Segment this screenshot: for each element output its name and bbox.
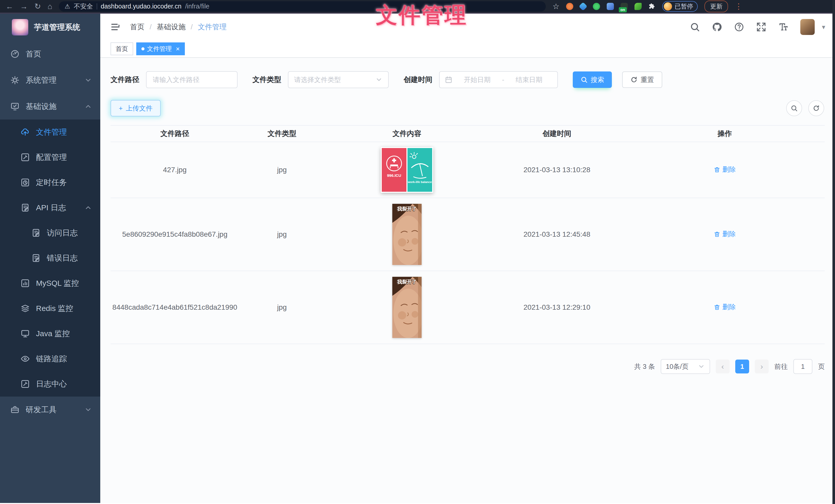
sidebar-item-mysql[interactable]: MySQL 监控	[0, 271, 100, 296]
sidebar-item-redis[interactable]: Redis 监控	[0, 296, 100, 321]
browser-home-icon[interactable]: ⌂	[47, 3, 52, 10]
plus-icon: +	[119, 104, 123, 112]
browser-profile-avatar	[664, 2, 672, 10]
sidebar-item-home[interactable]: 首页	[0, 41, 100, 67]
chevron-up-icon	[84, 103, 92, 110]
sidebar-item-error-log[interactable]: 错误日志	[0, 246, 100, 271]
prev-page-button[interactable]: ‹	[716, 360, 730, 374]
extension-green-check-icon[interactable]	[593, 3, 600, 10]
breadcrumb-home[interactable]: 首页	[130, 22, 144, 32]
edit-icon	[21, 153, 30, 162]
baby-meme-caption: 我裂开了	[397, 206, 417, 211]
file-preview-baby-meme[interactable]: 我裂开了	[392, 277, 422, 338]
end-date-input[interactable]: 结束日期	[506, 75, 552, 84]
help-icon[interactable]	[734, 22, 744, 32]
browser-toolbar: ← → ↻ ⌂ ⚠ 不安全 dashboard.yudao.iocoder.cn…	[0, 0, 835, 14]
file-preview-baby-meme[interactable]: 我裂开了	[392, 204, 422, 265]
page-unit-label: 页	[818, 362, 825, 371]
caret-down-icon[interactable]: ▾	[822, 23, 825, 31]
file-path-input[interactable]	[146, 71, 238, 88]
fullscreen-icon[interactable]	[756, 22, 766, 32]
breadcrumb-separator: /	[150, 23, 152, 31]
address-bar[interactable]: ⚠ 不安全 dashboard.yudao.iocoder.cn /infra/…	[59, 1, 546, 12]
extension-picker-icon[interactable]	[579, 2, 587, 11]
browser-reload-icon[interactable]: ↻	[35, 3, 41, 10]
address-divider	[97, 3, 97, 9]
close-icon[interactable]: ×	[176, 45, 180, 52]
app-layout: 芋道管理系统 首页 系统管理 基础设施 文件管理	[0, 14, 835, 503]
table-row: 5e8609290e915c4fa8b08e67.jpg jpg	[110, 198, 825, 271]
tag-home[interactable]: 首页	[110, 42, 133, 55]
extensions-puzzle-icon[interactable]	[648, 3, 655, 10]
baby-meme-caption: 我裂开了	[397, 279, 417, 285]
996icu-caption: 996.ICU	[387, 173, 401, 177]
delete-button[interactable]: 删除	[714, 302, 736, 312]
extensions-row: ☆ on 已暂停 更新 ⋮	[552, 1, 742, 12]
reset-button[interactable]: 重置	[622, 71, 662, 88]
refresh-icon	[813, 105, 820, 112]
sidebar-item-file-manage[interactable]: 文件管理	[0, 120, 100, 145]
github-icon[interactable]	[712, 22, 722, 32]
search-button[interactable]: 搜索	[573, 71, 612, 88]
cell-created-time: 2021-03-13 12:45:48	[489, 230, 625, 238]
page-number-button[interactable]: 1	[735, 360, 749, 374]
pagination: 共 3 条 10条/页 ‹ 1 › 前往 页	[110, 359, 825, 384]
cell-actions: 删除	[625, 230, 825, 239]
sidebar-item-config[interactable]: 配置管理	[0, 145, 100, 170]
sidebar-item-api-log[interactable]: API 日志	[0, 195, 100, 220]
goto-label: 前往	[774, 362, 788, 371]
update-button[interactable]: 更新	[705, 1, 728, 12]
breadcrumb: 首页 / 基础设施 / 文件管理	[130, 22, 227, 32]
file-type-select[interactable]: 请选择文件类型	[288, 71, 389, 88]
chevron-down-icon	[84, 406, 92, 414]
browser-forward-icon[interactable]: →	[20, 3, 28, 10]
sidebar-item-system[interactable]: 系统管理	[0, 67, 100, 93]
profile-paused-chip[interactable]: 已暂停	[662, 1, 698, 12]
extension-orange-icon[interactable]	[566, 3, 573, 10]
sidebar-item-log-center[interactable]: 日志中心	[0, 371, 100, 397]
pagination-total: 共 3 条	[634, 362, 655, 371]
date-range-separator: -	[502, 76, 504, 84]
file-preview-996icu[interactable]: 996.ICU work-life balance	[381, 147, 433, 193]
upload-file-button[interactable]: + 上传文件	[110, 100, 161, 117]
refresh-table-button[interactable]	[808, 100, 824, 116]
delete-button[interactable]: 删除	[714, 230, 736, 238]
cell-file-path: 427.jpg	[110, 166, 239, 174]
delete-button[interactable]: 删除	[714, 165, 736, 174]
user-avatar[interactable]	[800, 19, 815, 35]
sidebar-item-tracing[interactable]: 链路追踪	[0, 346, 100, 371]
tag-file-manage[interactable]: 文件管理 ×	[136, 42, 185, 55]
navbar: 首页 / 基础设施 / 文件管理 ▾	[100, 14, 835, 40]
date-range-picker[interactable]: 开始日期 - 结束日期	[439, 71, 558, 88]
sidebar-item-java[interactable]: Java 监控	[0, 321, 100, 346]
start-date-input[interactable]: 开始日期	[454, 75, 501, 84]
cell-file-content: 我裂开了	[325, 204, 489, 265]
sidebar-item-job[interactable]: 定时任务	[0, 170, 100, 195]
browser-menu-icon[interactable]: ⋮	[735, 2, 742, 11]
goto-page-input[interactable]	[793, 359, 812, 374]
breadcrumb-current: 文件管理	[198, 22, 227, 32]
tags-view: 首页 文件管理 ×	[100, 40, 835, 58]
breadcrumb-infra[interactable]: 基础设施	[157, 22, 186, 32]
font-size-icon[interactable]	[778, 22, 789, 32]
sidebar-item-dev-tools[interactable]: 研发工具	[0, 397, 100, 423]
extension-leaf-icon[interactable]	[634, 3, 642, 10]
search-icon[interactable]	[690, 22, 700, 32]
sidebar-item-access-log[interactable]: 访问日志	[0, 220, 100, 246]
bookmark-star-icon[interactable]: ☆	[552, 2, 559, 11]
extension-vpn-icon[interactable]: on	[620, 3, 628, 10]
sidebar-item-infra[interactable]: 基础设施	[0, 93, 100, 120]
toggle-search-button[interactable]	[786, 100, 802, 116]
app-title: 芋道管理系统	[34, 22, 80, 33]
next-page-button[interactable]: ›	[755, 360, 769, 374]
column-header-type: 文件类型	[239, 129, 325, 139]
browser-back-icon[interactable]: ←	[6, 3, 13, 10]
trash-icon	[714, 166, 720, 173]
extension-grid-icon[interactable]	[607, 3, 614, 10]
cell-actions: 删除	[625, 302, 825, 312]
hamburger-icon[interactable]	[110, 22, 121, 33]
column-header-actions: 操作	[625, 129, 825, 139]
cell-file-type: jpg	[239, 166, 325, 174]
page-size-select[interactable]: 10条/页	[661, 359, 710, 374]
table-row: 8448cada8c714e4ab61f521c8da21990 jpg	[110, 271, 825, 344]
